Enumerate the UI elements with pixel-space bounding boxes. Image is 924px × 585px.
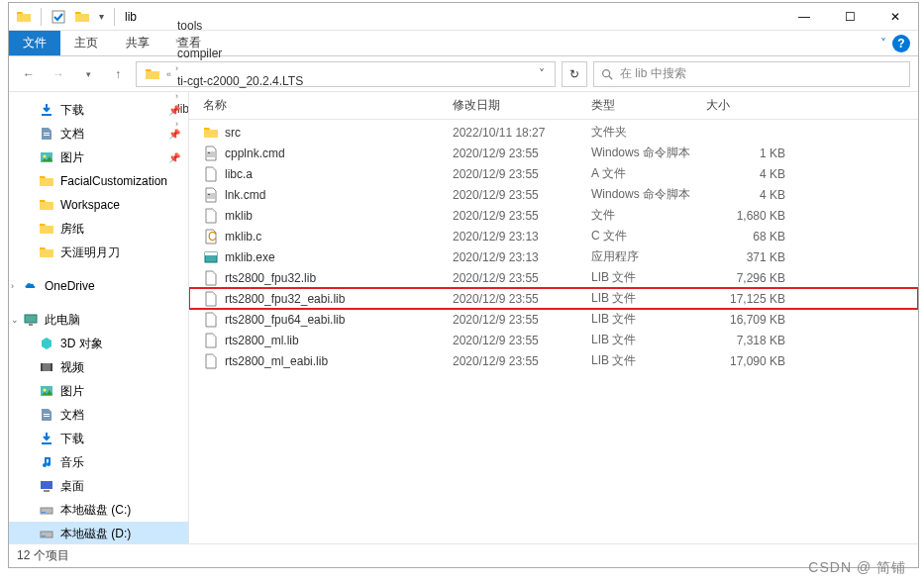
file-icon bbox=[203, 166, 219, 182]
sidebar-item[interactable]: 下载 bbox=[9, 427, 188, 450]
sidebar-onedrive[interactable]: › OneDrive bbox=[9, 274, 188, 298]
file-date: 2020/12/9 23:55 bbox=[453, 313, 591, 327]
doc-icon bbox=[39, 407, 54, 423]
col-date[interactable]: 修改日期 bbox=[453, 97, 591, 114]
sidebar-item[interactable]: 本地磁盘 (D:) bbox=[9, 522, 188, 543]
file-icon bbox=[203, 270, 219, 286]
column-headers[interactable]: 名称 修改日期 类型 大小 bbox=[189, 92, 918, 120]
address-bar[interactable]: « tools›compiler›ti-cgt-c2000_20.2.4.LTS… bbox=[136, 61, 556, 87]
folder-icon bbox=[39, 221, 54, 237]
drive-icon bbox=[39, 526, 54, 541]
pc-icon bbox=[23, 312, 39, 328]
file-date: 2020/12/9 23:13 bbox=[453, 230, 591, 244]
table-row[interactable]: rts2800_ml_eabi.lib2020/12/9 23:55LIB 文件… bbox=[189, 350, 918, 371]
sidebar-item[interactable]: 房纸 bbox=[9, 217, 188, 241]
close-button[interactable]: ✕ bbox=[873, 3, 918, 31]
sidebar-item[interactable]: 文档 bbox=[9, 403, 188, 427]
file-size: 371 KB bbox=[706, 250, 785, 264]
folder-icon bbox=[203, 125, 219, 141]
sidebar-item[interactable]: 本地磁盘 (C:) bbox=[9, 498, 188, 522]
sidebar-item[interactable]: Workspace bbox=[9, 193, 188, 217]
qat-folder-icon[interactable] bbox=[71, 6, 93, 28]
file-type: Windows 命令脚本 bbox=[591, 186, 706, 203]
doc-icon bbox=[39, 126, 54, 142]
forward-button[interactable]: → bbox=[47, 62, 70, 86]
pin-icon: 📌 bbox=[168, 105, 180, 116]
file-size: 68 KB bbox=[706, 230, 785, 244]
breadcrumb-segment[interactable]: tools bbox=[173, 19, 307, 33]
chevron-down-icon[interactable]: ⌄ bbox=[11, 315, 19, 325]
up-button[interactable]: ↑ bbox=[106, 62, 130, 86]
table-row[interactable]: lnk.cmd2020/12/9 23:55Windows 命令脚本4 KB bbox=[189, 184, 918, 205]
pin-icon: 📌 bbox=[168, 129, 180, 140]
help-icon[interactable]: ? bbox=[892, 35, 910, 52]
table-row[interactable]: mklib2020/12/9 23:55文件1,680 KB bbox=[189, 205, 918, 226]
status-bar: 12 个项目 bbox=[9, 543, 918, 567]
chevron-right-icon[interactable]: › bbox=[11, 281, 14, 291]
sidebar-pc[interactable]: ⌄ 此电脑 bbox=[9, 308, 188, 332]
col-type[interactable]: 类型 bbox=[591, 97, 706, 114]
minimize-button[interactable]: — bbox=[781, 3, 827, 31]
watermark: CSDN @ 简铺 bbox=[808, 559, 906, 577]
refresh-button[interactable]: ↻ bbox=[562, 61, 587, 87]
ribbon-expand[interactable]: ˅ ? bbox=[873, 31, 918, 55]
sidebar-item[interactable]: 桌面 bbox=[9, 474, 188, 498]
file-type: LIB 文件 bbox=[591, 352, 706, 369]
table-row[interactable]: mklib.c2020/12/9 23:13C 文件68 KB bbox=[189, 226, 918, 246]
breadcrumb-segment[interactable]: compiler bbox=[173, 47, 307, 60]
file-size: 4 KB bbox=[706, 167, 785, 181]
sidebar[interactable]: 下载📌文档📌图片📌FacialCustomizationWorkspace房纸天… bbox=[9, 92, 189, 543]
table-row[interactable]: rts2800_fpu64_eabi.lib2020/12/9 23:55LIB… bbox=[189, 309, 918, 330]
sidebar-item[interactable]: FacialCustomization bbox=[9, 169, 188, 193]
table-row[interactable]: cpplnk.cmd2020/12/9 23:55Windows 命令脚本1 K… bbox=[189, 143, 918, 163]
titlebar: ▾ lib — ☐ ✕ bbox=[9, 3, 918, 31]
sidebar-item[interactable]: 3D 对象 bbox=[9, 332, 188, 355]
maximize-button[interactable]: ☐ bbox=[827, 3, 873, 31]
properties-icon[interactable] bbox=[48, 6, 69, 28]
back-button[interactable]: ← bbox=[17, 62, 41, 86]
chevron-right-icon[interactable]: « bbox=[164, 69, 173, 79]
file-date: 2022/10/11 18:27 bbox=[453, 126, 591, 140]
address-dropdown[interactable]: ˅ bbox=[533, 67, 551, 81]
sidebar-item[interactable]: 下载📌 bbox=[9, 98, 188, 122]
folder-icon bbox=[39, 197, 54, 213]
col-name[interactable]: 名称 bbox=[203, 97, 453, 114]
table-row[interactable]: src2022/10/11 18:27文件夹 bbox=[189, 122, 918, 143]
qat-dropdown-icon[interactable]: ▾ bbox=[95, 11, 108, 22]
search-input[interactable]: 在 lib 中搜索 bbox=[593, 61, 910, 87]
table-row[interactable]: rts2800_fpu32_eabi.lib2020/12/9 23:55LIB… bbox=[189, 288, 918, 309]
table-row[interactable]: rts2800_fpu32.lib2020/12/9 23:55LIB 文件7,… bbox=[189, 267, 918, 288]
onedrive-icon bbox=[23, 278, 39, 294]
table-row[interactable]: mklib.exe2020/12/9 23:13应用程序371 KB bbox=[189, 246, 918, 267]
table-row[interactable]: libc.a2020/12/9 23:55A 文件4 KB bbox=[189, 163, 918, 184]
sidebar-item[interactable]: 图片📌 bbox=[9, 146, 188, 169]
file-icon bbox=[203, 333, 219, 348]
drive-icon bbox=[39, 502, 54, 518]
file-size: 4 KB bbox=[706, 188, 785, 202]
history-dropdown[interactable]: ▾ bbox=[76, 62, 100, 86]
tab-file[interactable]: 文件 bbox=[9, 31, 60, 55]
file-icon bbox=[203, 208, 219, 224]
tab-home[interactable]: 主页 bbox=[60, 31, 112, 55]
sidebar-item[interactable]: 视频 bbox=[9, 355, 188, 379]
music-icon bbox=[39, 454, 54, 470]
file-size: 1,680 KB bbox=[706, 209, 785, 223]
sidebar-item[interactable]: 图片 bbox=[9, 379, 188, 403]
chevron-right-icon[interactable]: › bbox=[173, 36, 180, 46]
file-name: rts2800_fpu32_eabi.lib bbox=[225, 292, 345, 306]
file-type: LIB 文件 bbox=[591, 269, 706, 286]
sidebar-item[interactable]: 音乐 bbox=[9, 450, 188, 474]
sidebar-item[interactable]: 文档📌 bbox=[9, 122, 188, 146]
breadcrumb-segment[interactable]: ti-cgt-c2000_20.2.4.LTS bbox=[173, 74, 307, 88]
c-icon bbox=[203, 229, 219, 244]
file-name: mklib bbox=[225, 209, 253, 223]
item-count: 12 个项目 bbox=[17, 547, 69, 564]
col-size[interactable]: 大小 bbox=[706, 97, 785, 114]
sidebar-item[interactable]: 天涯明月刀 bbox=[9, 241, 188, 264]
tab-share[interactable]: 共享 bbox=[112, 31, 163, 55]
table-row[interactable]: rts2800_ml.lib2020/12/9 23:55LIB 文件7,318… bbox=[189, 330, 918, 350]
file-name: rts2800_ml_eabi.lib bbox=[225, 354, 328, 368]
file-type: C 文件 bbox=[591, 228, 706, 244]
file-date: 2020/12/9 23:55 bbox=[453, 146, 591, 160]
chevron-right-icon[interactable]: › bbox=[173, 63, 180, 73]
